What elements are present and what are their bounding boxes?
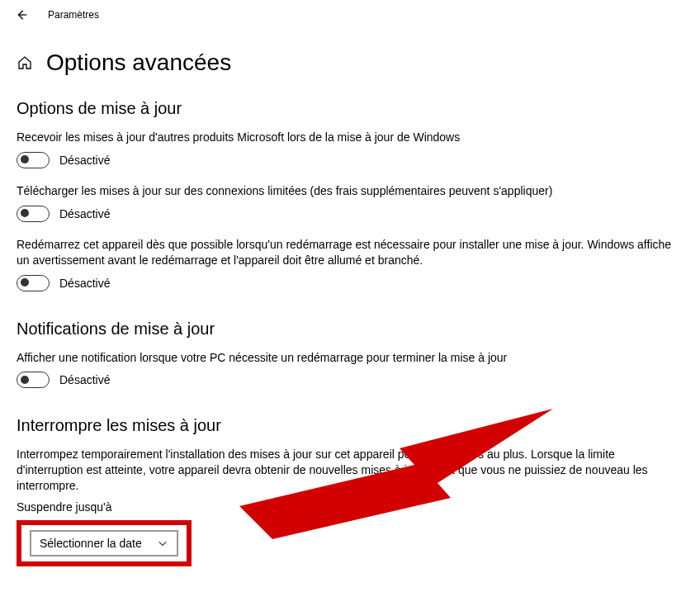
toggle-label: Désactivé xyxy=(59,277,110,290)
toggle-restart-asap[interactable] xyxy=(17,275,50,291)
home-icon-svg xyxy=(17,54,33,71)
setting-desc: Redémarrez cet appareil dès que possible… xyxy=(17,237,683,268)
highlight-annotation: Sélectionner la date xyxy=(17,520,192,566)
section-update-notifications: Notifications de mise à jour Afficher un… xyxy=(0,306,700,389)
toggle-row: Désactivé xyxy=(17,372,683,388)
chevron-down-icon xyxy=(157,538,168,549)
toggle-label: Désactivé xyxy=(59,207,110,220)
section-update-options: Options de mise à jour Recevoir les mise… xyxy=(0,86,700,291)
page-title: Options avancées xyxy=(46,50,231,76)
toggle-label: Désactivé xyxy=(59,373,110,386)
toggle-row: Désactivé xyxy=(17,152,683,168)
toggle-label: Désactivé xyxy=(59,154,110,167)
toggle-metered-connections[interactable] xyxy=(17,206,50,222)
back-button[interactable] xyxy=(15,8,28,21)
date-select-label: Sélectionner la date xyxy=(40,537,142,550)
home-icon[interactable] xyxy=(17,54,33,71)
titlebar-label: Paramètres xyxy=(48,9,99,21)
section-heading-update-options: Options de mise à jour xyxy=(17,99,683,118)
section-heading-update-notifications: Notifications de mise à jour xyxy=(17,320,683,339)
toggle-knob xyxy=(21,278,29,287)
date-select-dropdown[interactable]: Sélectionner la date xyxy=(30,530,178,556)
section-heading-pause-updates: Interrompre les mises à jour xyxy=(17,416,683,435)
page-header: Options avancées xyxy=(0,30,700,86)
setting-desc: Recevoir les mises à jour d'autres produ… xyxy=(17,130,683,145)
toggle-row: Désactivé xyxy=(17,275,683,291)
arrow-left-icon xyxy=(16,9,27,21)
section-pause-updates: Interrompre les mises à jour Interrompez… xyxy=(0,403,700,566)
toggle-other-products[interactable] xyxy=(17,152,50,168)
pause-until-label: Suspendre jusqu'à xyxy=(17,500,683,514)
setting-desc: Interrompez temporairement l'installatio… xyxy=(17,447,683,494)
toggle-knob xyxy=(21,155,29,163)
toggle-knob xyxy=(21,209,29,217)
toggle-row: Désactivé xyxy=(17,206,683,222)
titlebar: Paramètres xyxy=(0,0,700,30)
setting-desc: Télécharger les mises à jour sur des con… xyxy=(17,183,683,199)
toggle-restart-notification[interactable] xyxy=(17,372,50,388)
toggle-knob xyxy=(21,376,29,384)
setting-desc: Afficher une notification lorsque votre … xyxy=(17,350,683,366)
